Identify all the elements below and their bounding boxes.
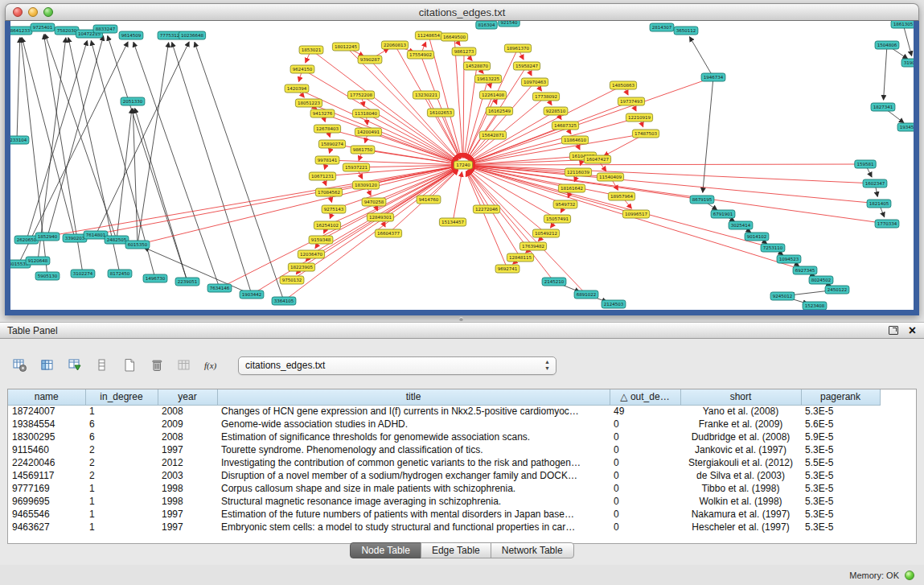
graph-node[interactable]: 12036470 (298, 250, 324, 258)
graph-node[interactable]: 3364105 (272, 297, 296, 305)
graph-node[interactable]: 1094523 (777, 255, 801, 263)
graph-node[interactable]: 15642871 (479, 131, 506, 139)
graph-edge[interactable] (421, 55, 461, 159)
graph-node[interactable]: 9750132 (280, 276, 304, 284)
graph-node[interactable]: 9692741 (495, 265, 519, 273)
column-header[interactable]: year (158, 389, 217, 405)
table-row[interactable]: 1872400712008Changes of HCN gene express… (8, 405, 880, 418)
graph-node[interactable]: 9275143 (322, 205, 346, 213)
graph-node[interactable]: 17554902 (407, 51, 433, 59)
table-selector-dropdown[interactable]: citations_edges.txt ▲▼ (238, 356, 556, 375)
window-titlebar[interactable]: citations_edges.txt (5, 3, 919, 21)
graph-node[interactable]: 7582030 (55, 27, 79, 35)
graph-node[interactable]: 16047427 (584, 155, 610, 163)
graph-edge[interactable] (703, 77, 713, 192)
graph-node[interactable]: 15890274 (318, 140, 345, 148)
graph-node[interactable]: 816304 (476, 21, 497, 29)
close-panel-icon[interactable]: × (909, 325, 916, 336)
graph-node[interactable]: 5905130 (35, 272, 60, 280)
graph-node[interactable]: 14528870 (463, 62, 490, 70)
table-row[interactable]: 2242004622012Investigating the contribut… (8, 456, 880, 469)
table-row[interactable]: 977716911998Corpus callosum shape and si… (8, 482, 880, 495)
graph-node[interactable]: 17639482 (519, 242, 546, 250)
graph-node[interactable]: 18309120 (352, 181, 379, 189)
graph-node[interactable]: 10996517 (622, 210, 649, 218)
column-header[interactable]: short (680, 389, 801, 405)
graph-edge[interactable] (45, 34, 117, 240)
graph-edge[interactable] (453, 172, 462, 222)
graph-node[interactable]: 8641233 (10, 27, 32, 35)
graph-edge[interactable] (96, 42, 189, 235)
tab-node-table[interactable]: Node Table (350, 542, 421, 558)
graph-edge[interactable] (903, 24, 912, 56)
graph-node[interactable]: 19613225 (474, 75, 501, 83)
graph-node[interactable]: 9414760 (417, 196, 441, 204)
table-row[interactable]: 911546021997Tourette syndrome. Phenomeno… (8, 443, 880, 456)
graph-edge[interactable] (470, 164, 865, 165)
minimize-button[interactable] (28, 7, 38, 17)
graph-node[interactable]: 18012245 (332, 43, 359, 51)
network-canvas[interactable]: 1724018530219624150142039418051223941327… (10, 21, 914, 310)
table-row[interactable]: 1830029562008Estimation of significance … (8, 431, 880, 443)
graph-edge[interactable] (75, 167, 456, 238)
tab-edge-table[interactable]: Edge Table (421, 542, 491, 558)
graph-node[interactable]: 1946734 (701, 73, 725, 81)
graph-edge[interactable] (27, 41, 87, 240)
graph-node[interactable]: 18051223 (295, 99, 322, 107)
graph-node[interactable]: 2620650 (14, 236, 39, 244)
graph-node[interactable]: 18957964 (608, 192, 634, 200)
graph-node[interactable]: 8172450 (108, 270, 132, 278)
graph-node[interactable]: 2482505 (105, 236, 129, 244)
graph-node[interactable]: 7634146 (207, 284, 232, 292)
graph-node[interactable]: 6233104 (10, 136, 29, 144)
graph-node[interactable]: 9861750 (351, 146, 375, 154)
graph-node[interactable]: 18961370 (504, 44, 531, 52)
graph-node[interactable]: 10549212 (532, 229, 559, 237)
graph-node[interactable]: 9413276 (310, 109, 335, 117)
graph-node[interactable]: 3190470 (901, 59, 914, 67)
show-columns-button[interactable] (37, 355, 58, 376)
graph-edge[interactable] (138, 167, 456, 245)
graph-node[interactable]: 9245012 (770, 292, 795, 300)
graph-node[interactable]: 15134457 (439, 218, 466, 226)
graph-edge[interactable] (38, 38, 66, 261)
delete-table-button[interactable] (146, 355, 167, 376)
graph-node[interactable]: 9725401 (31, 23, 55, 31)
column-settings-button[interactable] (10, 355, 31, 376)
table-row[interactable]: 969969511998Structural magnetic resonanc… (8, 495, 880, 508)
row-height-button[interactable] (92, 355, 113, 376)
graph-node[interactable]: 1420394 (285, 84, 309, 93)
graph-node[interactable]: 15057491 (544, 215, 570, 223)
graph-node[interactable]: 1602347 (863, 179, 887, 187)
graph-node[interactable]: 1821405 (867, 200, 891, 208)
graph-node[interactable]: 11864610 (561, 136, 588, 144)
graph-edge[interactable] (470, 156, 583, 164)
graph-node[interactable]: 1903442 (240, 290, 264, 299)
graph-node[interactable]: 17084562 (315, 188, 342, 196)
graph-node[interactable]: 17240 (454, 161, 473, 169)
graph-node[interactable]: 1934562 (897, 123, 914, 131)
graph-node[interactable]: 1853021 (299, 46, 323, 54)
graph-node[interactable]: 6791901 (711, 210, 735, 218)
graph-node[interactable]: 7614801 (84, 231, 108, 239)
graph-node[interactable]: 12261408 (479, 91, 506, 99)
column-header[interactable]: pagerank (801, 389, 880, 405)
graph-node[interactable]: 2051330 (121, 97, 145, 105)
graph-node[interactable]: 2124503 (602, 300, 626, 308)
graph-node[interactable]: 1504806 (875, 41, 899, 49)
graph-node[interactable]: 8679195 (690, 196, 714, 204)
graph-node[interactable]: 9120648 (26, 257, 50, 265)
graph-edge[interactable] (884, 45, 887, 100)
graph-node[interactable]: 12848115 (507, 253, 533, 262)
graph-node[interactable]: 10236648 (179, 31, 205, 39)
graph-node[interactable]: 17487503 (632, 130, 659, 138)
graph-node[interactable]: 9624150 (290, 65, 314, 73)
graph-node[interactable]: 6891022 (574, 290, 598, 299)
graph-edge[interactable] (368, 132, 456, 163)
graph-node[interactable]: 12272046 (473, 205, 499, 213)
column-header[interactable]: title (217, 389, 610, 405)
graph-node[interactable]: 7253110 (761, 244, 785, 252)
graph-node[interactable]: 2450122 (825, 286, 849, 294)
graph-node[interactable]: 9014102 (745, 233, 769, 241)
graph-edge[interactable] (133, 42, 220, 288)
